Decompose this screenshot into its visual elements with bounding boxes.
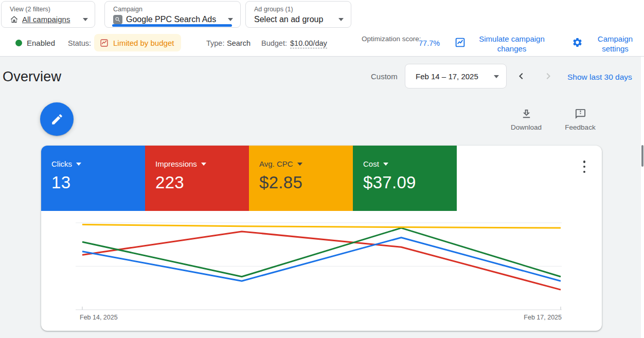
edit-fab-button[interactable] (40, 102, 74, 136)
metric-strip: Clicks 13 Impressions 223 Avg. CPC $2.85… (41, 146, 457, 211)
x-axis-label-start: Feb 14, 2025 (80, 314, 118, 321)
google-ads-overview-page: View (2 filters) All campaigns Campaign … (0, 0, 644, 338)
metric-label: Impressions (155, 159, 197, 168)
scrollbar-thumb[interactable] (641, 145, 643, 167)
caret-down-icon (494, 75, 499, 78)
gear-icon[interactable] (572, 37, 583, 50)
download-button[interactable]: Download (503, 108, 549, 131)
view-filter-label: View (2 filters) (10, 6, 50, 13)
metric-block-clicks[interactable]: Clicks 13 (41, 146, 145, 211)
caret-down-icon (76, 163, 81, 166)
metric-label: Clicks (51, 159, 72, 168)
pencil-icon (50, 113, 64, 126)
caret-down-icon (228, 18, 233, 21)
ad-group-dropdown[interactable]: Ad groups (1) Select an ad group (245, 1, 351, 28)
campaign-label: Campaign (113, 6, 142, 13)
optimization-score-label: Optimization score: (362, 34, 407, 43)
type-label: Type: (206, 39, 224, 47)
status-badge-text: Limited by budget (113, 39, 174, 47)
caret-down-icon (297, 163, 302, 166)
campaign-dropdown[interactable]: Campaign Google PPC Search Ads (104, 1, 241, 28)
enabled-status-dot-icon (15, 40, 22, 46)
caret-down-icon (201, 163, 206, 166)
view-filter-value: All campaigns (22, 15, 70, 24)
simulate-campaign-changes-link[interactable]: Simulate campaign changes (473, 34, 550, 54)
metric-label: Avg. CPC (259, 159, 293, 168)
budget-value[interactable]: $10.00/day (290, 39, 327, 48)
limited-by-budget-badge[interactable]: Limited by budget (94, 34, 181, 51)
feedback-label: Feedback (557, 123, 603, 131)
metric-block-impressions[interactable]: Impressions 223 (145, 146, 249, 211)
download-label: Download (503, 123, 549, 131)
ad-group-value: Select an ad group (254, 15, 323, 24)
home-icon (10, 15, 19, 24)
campaign-active-underline (112, 24, 232, 27)
metric-label: Cost (363, 159, 379, 168)
simulate-icon (455, 37, 466, 50)
budget-warning-icon (100, 39, 109, 47)
metric-block-avg-cpc[interactable]: Avg. CPC $2.85 (249, 146, 353, 211)
ad-group-label: Ad groups (1) (254, 6, 293, 13)
metric-value: 223 (155, 173, 249, 192)
overview-metrics-card: Clicks 13 Impressions 223 Avg. CPC $2.85… (41, 146, 602, 331)
date-range-picker[interactable]: Feb 14 – 17, 2025 (405, 64, 507, 88)
caret-down-icon (338, 18, 344, 21)
chart-line-avg-cpc (82, 224, 561, 228)
date-range-value: Feb 14 – 17, 2025 (416, 72, 478, 81)
metric-value: 13 (51, 173, 145, 192)
x-axis-label-end: Feb 17, 2025 (524, 314, 562, 321)
campaign-value: Google PPC Search Ads (126, 15, 216, 24)
page-title: Overview (3, 69, 61, 85)
budget-label: Budget: (261, 39, 287, 47)
chevron-left-icon[interactable] (515, 70, 527, 82)
feedback-button[interactable]: Feedback (557, 108, 603, 131)
metric-block-cost[interactable]: Cost $37.09 (353, 146, 457, 211)
overview-line-chart (76, 219, 562, 314)
caret-down-icon (83, 18, 88, 21)
search-icon (113, 15, 122, 24)
kebab-menu-icon[interactable] (579, 159, 589, 174)
campaign-status-enabled[interactable]: Enabled (15, 39, 55, 47)
show-last-30-days-link[interactable]: Show last 30 days (567, 72, 632, 82)
chart-line-cost (82, 228, 561, 277)
campaign-settings-link[interactable]: Campaign settings (591, 34, 640, 54)
status-label: Status: (68, 39, 91, 47)
type-value: Search (227, 39, 251, 47)
metric-value: $2.85 (259, 173, 353, 192)
optimization-score-value: 77.7% (419, 39, 440, 47)
date-range-type: Custom (371, 72, 398, 81)
chevron-right-icon[interactable] (542, 70, 554, 82)
chart-line-impressions (82, 232, 561, 290)
view-filter-dropdown[interactable]: View (2 filters) All campaigns (1, 1, 95, 28)
feedback-icon (575, 113, 586, 121)
enabled-status-text: Enabled (27, 39, 55, 47)
campaign-status-row: Enabled Status: Limited by budget Type: … (0, 31, 644, 56)
caret-down-icon (383, 163, 388, 166)
metric-value: $37.09 (363, 173, 457, 192)
header-bar: View (2 filters) All campaigns Campaign … (0, 0, 644, 57)
download-icon (521, 113, 532, 121)
